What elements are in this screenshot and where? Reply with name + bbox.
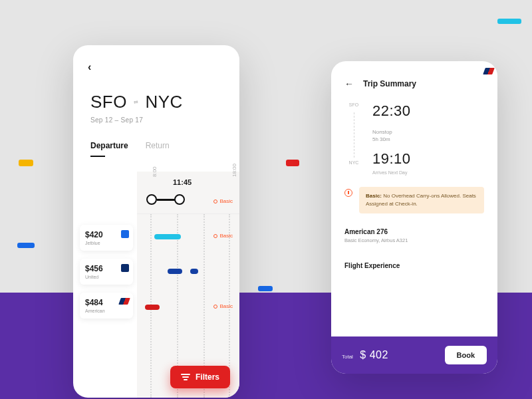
section-heading-experience: Flight Experience (344, 262, 484, 269)
swap-icon[interactable]: ⇄ (134, 100, 139, 104)
decoration (17, 243, 35, 248)
airline-name: American (85, 309, 128, 313)
filter-icon (181, 372, 190, 382)
itinerary-connector (354, 112, 354, 158)
american-logo-icon (118, 298, 130, 305)
page-title: Trip Summary (363, 79, 416, 88)
flight-time-bar[interactable] (145, 305, 160, 310)
carrier-info: American 276 Basic Economy, Airbus A321 (344, 228, 484, 243)
back-button[interactable]: ← (344, 78, 354, 89)
origin-code: SFO (90, 92, 127, 112)
timeline-end-label: 18:00 (231, 164, 237, 177)
warning-label: Basic: (366, 193, 382, 199)
origin-code: SFO (349, 102, 358, 107)
arrival-time: 19:10 (372, 150, 484, 168)
tab-return[interactable]: Return (146, 141, 170, 154)
decoration (258, 286, 273, 291)
flight-time-bar[interactable] (168, 269, 182, 274)
decoration (497, 19, 521, 24)
timeline-column: 8:00 18:00 11:45 Basic Basic Basic (137, 172, 239, 398)
results-column: $420 Jetblue $456 United $484 American (73, 172, 137, 398)
return-date: Sep 17 (121, 116, 144, 124)
outbound-date: Sep 12 (90, 116, 113, 124)
leg-tabs: Departure Return (73, 124, 239, 154)
slider-handle-end[interactable] (174, 194, 185, 205)
decoration (19, 160, 33, 166)
warning-icon (344, 189, 352, 197)
american-logo-icon (483, 68, 495, 74)
united-logo-icon (121, 264, 129, 272)
flight-result-card[interactable]: $420 Jetblue (80, 225, 133, 251)
book-button[interactable]: Book (445, 346, 487, 364)
stops-label: Nonstop (372, 129, 484, 135)
itinerary: SFO NYC 22:30 Nonstop 5h 30m 19:10 (344, 102, 484, 168)
destination-code: NYC (145, 92, 182, 112)
flight-result-card[interactable]: $484 American (80, 293, 133, 319)
time-slider-track: 8:00 18:00 11:45 (137, 172, 239, 214)
flight-time-bar[interactable] (190, 269, 198, 274)
duration-label: 5h 30m (372, 136, 484, 142)
filters-button[interactable]: Filters (170, 366, 230, 388)
trip-summary-screen: ← Trip Summary SFO NYC 22:30 Nonstop 5h … (331, 61, 497, 374)
date-separator: – (115, 116, 119, 124)
warning-text: No Overhead Carry-ons Allowed. Seats Ass… (366, 193, 476, 207)
total-price: $ 402 (360, 349, 388, 360)
fare-warning: Basic: No Overhead Carry-ons Allowed. Se… (344, 187, 484, 213)
filters-label: Filters (196, 372, 219, 382)
fare-class-badge: Basic (213, 303, 233, 309)
back-button[interactable]: ‹ (88, 61, 91, 73)
arrival-note: Arrives Next Day (372, 170, 484, 175)
booking-bar: Total $ 402 Book (331, 336, 497, 374)
decoration (286, 160, 299, 166)
airline-name: United (85, 275, 128, 279)
departure-time: 22:30 (372, 102, 484, 120)
selected-time: 11:45 (173, 178, 192, 186)
fare-class-badge: Basic (213, 233, 233, 239)
jetblue-logo-icon (121, 230, 129, 238)
destination-code: NYC (349, 160, 359, 165)
tab-departure[interactable]: Departure (90, 141, 128, 154)
flight-time-bar[interactable] (154, 234, 181, 239)
route-header: SFO ⇄ NYC Sep 12 – Sep 17 (73, 65, 239, 124)
slider-handle-start[interactable] (146, 194, 157, 205)
airline-name: Jetblue (85, 241, 128, 245)
flight-search-screen: ‹ SFO ⇄ NYC Sep 12 – Sep 17 Departure Re… (73, 45, 239, 398)
timeline-start-label: 8:00 (152, 166, 158, 177)
fare-class-badge: Basic (213, 198, 233, 204)
fare-and-aircraft: Basic Economy, Airbus A321 (344, 237, 408, 243)
flight-result-card[interactable]: $456 United (80, 259, 133, 285)
total-label: Total (342, 354, 353, 360)
flight-number: American 276 (344, 228, 408, 235)
